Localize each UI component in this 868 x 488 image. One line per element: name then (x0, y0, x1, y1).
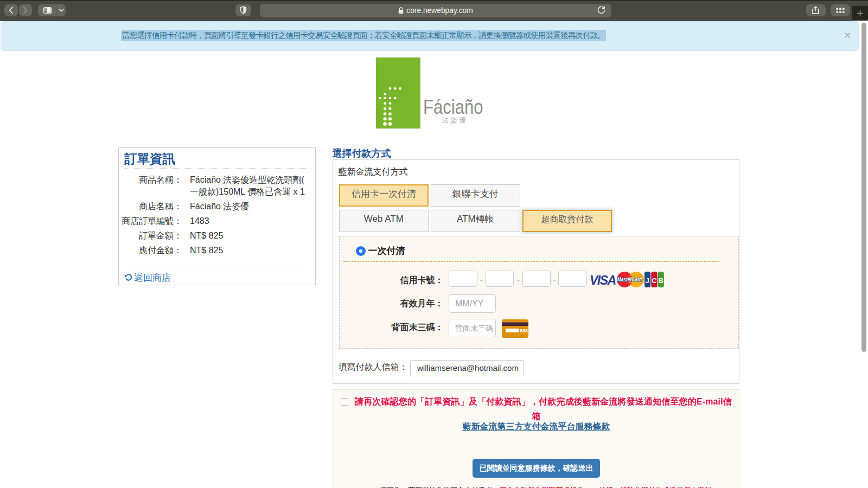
svg-text:J: J (645, 277, 649, 285)
svg-text:B: B (658, 277, 663, 285)
svg-text:C: C (652, 277, 657, 285)
svg-text:888: 888 (520, 328, 528, 333)
svg-text:MasterCard: MasterCard (617, 277, 642, 283)
svg-text:VISA: VISA (590, 273, 616, 287)
